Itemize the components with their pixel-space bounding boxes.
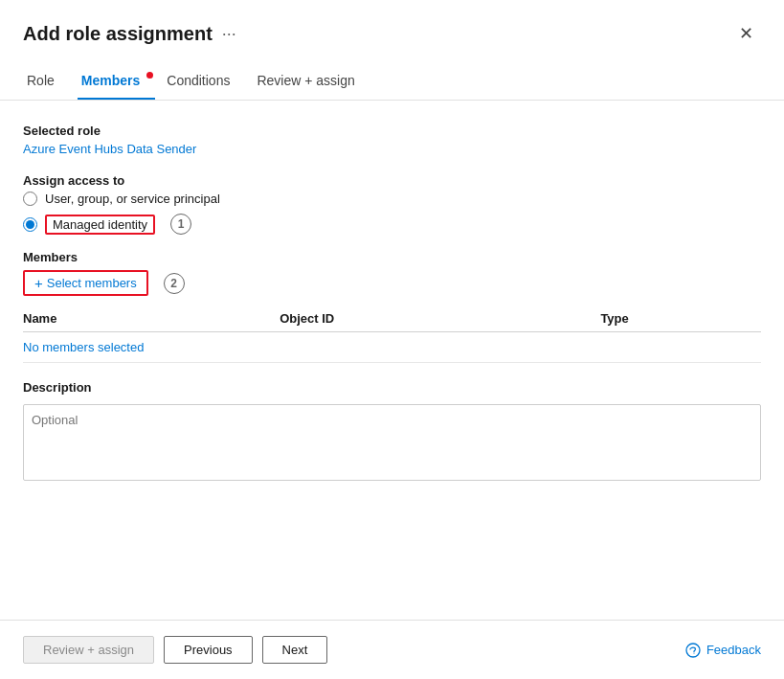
tab-members[interactable]: Members <box>78 65 155 100</box>
no-members-text: No members selected <box>23 340 144 354</box>
select-members-button[interactable]: + Select members <box>23 270 148 296</box>
members-label: Members <box>23 250 761 264</box>
selected-role-link[interactable]: Azure Event Hubs Data Sender <box>23 142 196 156</box>
close-button[interactable]: ✕ <box>731 19 761 48</box>
step-badge-1: 1 <box>170 214 191 235</box>
selected-role-section: Selected role Azure Event Hubs Data Send… <box>23 124 761 156</box>
dialog-footer: Review + assign Previous Next Feedback <box>0 620 784 679</box>
managed-identity-label: Managed identity <box>53 217 147 232</box>
add-role-assignment-dialog: Add role assignment ··· ✕ Role Members C… <box>0 0 784 679</box>
description-label: Description <box>23 380 761 395</box>
table-row: No members selected <box>23 332 761 363</box>
members-section: Members + Select members 2 Name Object I… <box>23 250 761 363</box>
tab-role[interactable]: Role <box>23 65 70 100</box>
tab-review-assign[interactable]: Review + assign <box>253 65 370 100</box>
radio-managed-identity-input[interactable] <box>23 217 37 232</box>
selected-role-value: Azure Event Hubs Data Sender <box>23 142 761 156</box>
selected-role-label: Selected role <box>23 124 761 138</box>
feedback-button[interactable]: Feedback <box>685 643 761 658</box>
svg-point-1 <box>693 652 694 653</box>
plus-icon: + <box>34 275 43 291</box>
radio-user-group-input[interactable] <box>23 192 37 206</box>
tabs-bar: Role Members Conditions Review + assign <box>0 52 784 101</box>
assign-access-label: Assign access to <box>23 173 761 188</box>
next-button[interactable]: Next <box>262 636 328 664</box>
dialog-more-options[interactable]: ··· <box>222 24 236 44</box>
tab-conditions[interactable]: Conditions <box>163 65 245 100</box>
dialog-title: Add role assignment <box>23 23 213 45</box>
svg-point-0 <box>686 644 700 657</box>
dialog-content: Selected role Azure Event Hubs Data Send… <box>0 101 784 620</box>
col-type: Type <box>600 306 761 332</box>
radio-user-group-label: User, group, or service principal <box>45 192 220 206</box>
no-members-cell: No members selected <box>23 332 761 363</box>
radio-managed-identity: Managed identity 1 <box>23 214 761 235</box>
description-section: Description <box>23 380 761 484</box>
step-badge-2: 2 <box>164 273 185 294</box>
col-object-id: Object ID <box>280 306 600 332</box>
feedback-icon <box>685 643 701 658</box>
title-row: Add role assignment ··· <box>23 23 236 45</box>
footer-left: Review + assign Previous Next <box>23 636 327 664</box>
assign-access-section: Assign access to User, group, or service… <box>23 173 761 235</box>
radio-user-group: User, group, or service principal <box>23 192 761 206</box>
description-input[interactable] <box>23 404 761 481</box>
members-table: Name Object ID Type No members selected <box>23 306 761 363</box>
feedback-label: Feedback <box>706 643 761 657</box>
review-assign-button[interactable]: Review + assign <box>23 636 154 664</box>
table-header-row: Name Object ID Type <box>23 306 761 332</box>
col-name: Name <box>23 306 280 332</box>
members-required-dot <box>146 72 153 79</box>
select-members-label: Select members <box>47 276 137 290</box>
dialog-header: Add role assignment ··· ✕ <box>0 0 784 48</box>
previous-button[interactable]: Previous <box>164 636 253 664</box>
managed-identity-box: Managed identity <box>45 215 155 235</box>
